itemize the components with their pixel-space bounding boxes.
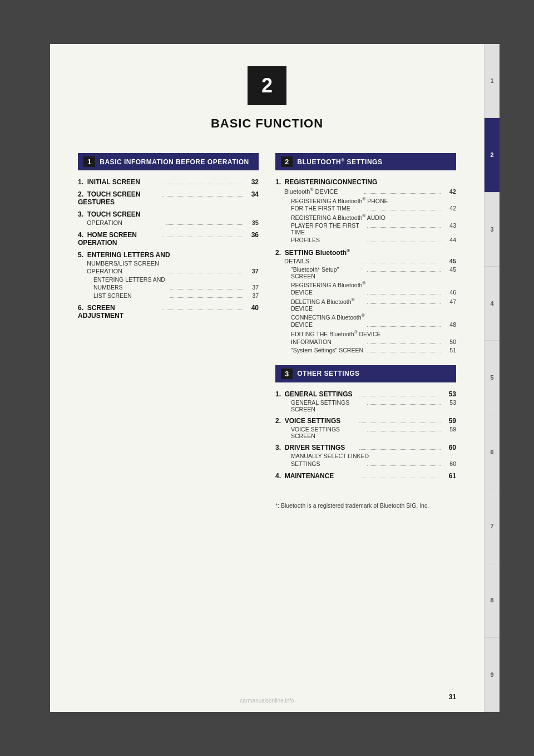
- toc-entry: FOR THE FIRST TIME 42: [275, 205, 456, 212]
- toc-entry: GENERAL SETTINGS SCREEN 53: [275, 399, 456, 413]
- toc-page: 37: [245, 268, 259, 274]
- right-sidebar: 1 2 3 4 5 6 7 8 9: [484, 44, 500, 712]
- toc-entry: 4. MAINTENANCE 61: [275, 472, 456, 480]
- sidebar-tab-8[interactable]: 8: [484, 563, 500, 637]
- toc-entry: 2. TOUCH SCREEN GESTURES 34: [78, 190, 259, 206]
- toc-label: 1. GENERAL SETTINGS: [275, 390, 357, 398]
- toc-entry: 2. VOICE SETTINGS 59: [275, 417, 456, 425]
- toc-entry: NUMBERS 37: [78, 284, 259, 291]
- chapter-number-box: 2: [248, 66, 286, 105]
- toc-label: 5. ENTERING LETTERS AND: [78, 251, 259, 259]
- toc-label: 1. INITIAL SCREEN: [78, 178, 160, 186]
- toc-page: 59: [443, 426, 456, 433]
- toc-dots: [359, 449, 441, 450]
- toc-dots: [364, 193, 441, 194]
- toc-dots: [367, 294, 441, 294]
- toc-label: NUMBERS: [93, 284, 167, 291]
- sidebar-tab-5[interactable]: 5: [484, 341, 500, 415]
- toc-entry: REGISTERING A Bluetooth® PHONE: [275, 197, 456, 204]
- toc-dots: [367, 271, 441, 272]
- sidebar-tab-2[interactable]: 2: [484, 118, 500, 192]
- toc-dots: [367, 404, 441, 405]
- toc-page: 60: [443, 460, 456, 467]
- toc-dots: [166, 273, 244, 273]
- sidebar-tab-9[interactable]: 9: [484, 638, 500, 712]
- toc-label: ENTERING LETTERS AND: [93, 276, 259, 283]
- columns-layout: 1 BASIC INFORMATION BEFORE OPERATION 1. …: [78, 153, 456, 509]
- toc-entry: 2. SETTING Bluetooth®: [275, 248, 456, 257]
- toc-label: LIST SCREEN: [93, 292, 167, 299]
- toc-entry: OPERATION 37: [78, 268, 259, 275]
- toc-label: OPERATION: [87, 268, 164, 274]
- sidebar-tab-1[interactable]: 1: [484, 44, 500, 118]
- toc-entry: EDITING THE Bluetooth® DEVICE: [275, 330, 456, 337]
- toc-label: DEVICE: [291, 321, 365, 328]
- toc-entry: REGISTERING A Bluetooth®: [275, 281, 456, 288]
- toc-entry: DETAILS 45: [275, 258, 456, 265]
- toc-entry: PROFILES 44: [275, 237, 456, 244]
- sidebar-tab-7[interactable]: 7: [484, 489, 500, 563]
- toc-entry: 1. GENERAL SETTINGS 53: [275, 390, 456, 398]
- toc-dots: [367, 242, 441, 242]
- toc-entry: SETTINGS 60: [275, 460, 456, 468]
- sidebar-tab-6[interactable]: 6: [484, 415, 500, 489]
- toc-page: 61: [443, 472, 456, 480]
- toc-page: 46: [443, 289, 456, 296]
- toc-label: NUMBERS/LIST SCREEN: [87, 260, 259, 267]
- toc-entry: INFORMATION 50: [275, 338, 456, 346]
- toc-dots: [367, 227, 441, 228]
- toc-label: GENERAL SETTINGS SCREEN: [291, 399, 365, 413]
- toc-page: 48: [443, 321, 456, 328]
- toc-label: 2. SETTING Bluetooth®: [275, 248, 456, 257]
- toc-dots: [367, 431, 441, 431]
- toc-entry: PLAYER FOR THE FIRST TIME 43: [275, 222, 456, 235]
- toc-dots: [359, 423, 441, 423]
- section2-number: 2: [281, 156, 293, 167]
- toc-entry: MANUALLY SELECT LINKED: [275, 453, 456, 459]
- toc-dots: [367, 303, 441, 304]
- toc-entry: LIST SCREEN 37: [78, 292, 259, 300]
- sidebar-tab-3[interactable]: 3: [484, 193, 500, 267]
- toc-page: 45: [443, 258, 456, 264]
- toc-label: EDITING THE Bluetooth® DEVICE: [291, 330, 456, 337]
- toc-dots: [162, 310, 244, 310]
- page-number: 31: [449, 693, 456, 701]
- toc-dots: [162, 184, 244, 184]
- section1-number: 1: [83, 156, 95, 167]
- page-container: 2 BASIC FUNCTION 1 BASIC INFORMATION BEF…: [0, 0, 534, 756]
- toc-label: REGISTERING A Bluetooth® PHONE: [291, 197, 456, 204]
- toc-page: 44: [443, 237, 456, 243]
- toc-entry: REGISTERING A Bluetooth® AUDIO: [275, 213, 456, 221]
- toc-label: MANUALLY SELECT LINKED: [291, 453, 456, 459]
- toc-label: OPERATION: [87, 219, 164, 226]
- toc-page: 53: [443, 390, 456, 398]
- toc-label: PLAYER FOR THE FIRST TIME: [291, 222, 365, 235]
- toc-label: DETAILS: [284, 258, 362, 264]
- toc-entry: ENTERING LETTERS AND: [78, 276, 259, 283]
- toc-dots: [367, 352, 441, 352]
- toc-label: 1. REGISTERING/CONNECTING: [275, 178, 456, 186]
- toc-label: "System Settings" SCREEN: [291, 347, 365, 354]
- section3-number: 3: [281, 369, 293, 379]
- page-content: 2 BASIC FUNCTION 1 BASIC INFORMATION BEF…: [50, 44, 484, 712]
- toc-entry: 4. HOME SCREEN OPERATION 36: [78, 231, 259, 247]
- toc-entry: CONNECTING A Bluetooth®: [275, 313, 456, 321]
- toc-label: 6. SCREEN ADJUSTMENT: [78, 304, 160, 320]
- toc-entry: 6. SCREEN ADJUSTMENT 40: [78, 304, 259, 320]
- toc-entry: OPERATION 35: [78, 219, 259, 227]
- toc-entry: 3. TOUCH SCREEN: [78, 210, 259, 218]
- sidebar-tab-4[interactable]: 4: [484, 267, 500, 341]
- toc-dots: [170, 297, 244, 298]
- toc-entry: "Bluetooth* Setup" SCREEN 45: [275, 266, 456, 279]
- toc-label: FOR THE FIRST TIME: [291, 205, 365, 212]
- toc-label: 4. MAINTENANCE: [275, 472, 357, 480]
- toc-label: VOICE SETTINGS SCREEN: [291, 426, 365, 439]
- toc-label: 3. TOUCH SCREEN: [78, 210, 259, 218]
- toc-label: Bluetooth® DEVICE: [284, 187, 362, 195]
- toc-page: 45: [443, 266, 456, 273]
- toc-entry: DEVICE 46: [275, 289, 456, 296]
- right-column: 2 Bluetooth® SETTINGS 1. REGISTERING/CON…: [275, 153, 456, 509]
- toc-page: 36: [245, 231, 259, 239]
- toc-page: 51: [443, 347, 456, 354]
- section1-title: BASIC INFORMATION BEFORE OPERATION: [100, 158, 249, 166]
